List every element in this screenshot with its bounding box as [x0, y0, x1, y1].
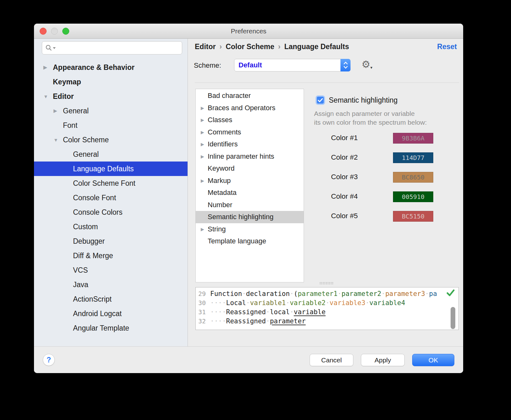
zoom-button[interactable]: [62, 28, 69, 35]
scheme-actions-button[interactable]: ⚙ ▾: [362, 58, 375, 72]
sidebar-item-keymap[interactable]: Keymap: [34, 75, 188, 89]
apply-button[interactable]: Apply: [361, 354, 405, 366]
sidebar-item-console-colors[interactable]: Console Colors: [34, 205, 188, 219]
reset-link[interactable]: Reset: [437, 43, 457, 51]
search-input[interactable]: [58, 44, 179, 52]
sidebar-item-diff-merge[interactable]: Diff & Merge: [34, 248, 188, 263]
sidebar-item-label: Diff & Merge: [73, 252, 113, 260]
sidebar-item-language-defaults[interactable]: Language Defaults: [34, 162, 188, 176]
description-line-2: its own color from the spectrum below:: [314, 118, 427, 127]
sidebar-item-console-font[interactable]: Console Font: [34, 190, 188, 205]
chevron-collapsed-icon[interactable]: ▶: [201, 227, 208, 232]
breadcrumb-separator: ›: [278, 43, 281, 51]
code-token: variable1: [250, 299, 286, 307]
color-label-2: Color #2: [331, 153, 358, 162]
attribute-item-template-language[interactable]: Template language: [196, 235, 304, 247]
color-swatch-1[interactable]: 9B3B6A: [393, 133, 433, 144]
whitespace-dot: ····: [210, 317, 226, 325]
line-number: 29: [196, 290, 206, 298]
attribute-item-braces-and-operators[interactable]: ▶Braces and Operators: [196, 102, 304, 114]
sidebar-item-vcs[interactable]: VCS: [34, 263, 188, 277]
chevron-up-icon: [344, 62, 347, 64]
whitespace-dot: ·: [246, 299, 250, 307]
semantic-highlighting-label: Semantic highlighting: [329, 96, 398, 105]
line-number: 31: [196, 308, 206, 316]
sidebar-item-angular-template[interactable]: Angular Template: [34, 321, 188, 335]
color-label-4: Color #4: [331, 192, 358, 201]
code-preview[interactable]: 29Function·declaration·(parameter1·param…: [195, 287, 459, 330]
color-label-3: Color #3: [331, 173, 358, 181]
breadcrumb-separator: ›: [219, 43, 222, 51]
preferences-window: Preferences ▶Appearance & BehaviorKeymap…: [34, 24, 463, 373]
whitespace-dot: ·: [338, 290, 342, 298]
line-number: 30: [196, 299, 206, 307]
sidebar-item-label: Keymap: [53, 78, 81, 86]
semantic-highlighting-checkbox[interactable]: [316, 95, 325, 105]
whitespace-dot: ·: [290, 308, 294, 316]
whitespace-dot: ·: [326, 299, 330, 307]
code-token: variable: [294, 308, 326, 316]
code-token: parameter: [270, 317, 306, 325]
chevron-expanded-icon[interactable]: ▼: [43, 94, 53, 99]
settings-panel: Editor›Color Scheme›Language Defaults Re…: [188, 39, 463, 346]
whitespace-dot: ·: [242, 290, 246, 298]
cancel-button[interactable]: Cancel: [310, 354, 353, 366]
sidebar-item-android-logcat[interactable]: Android Logcat: [34, 306, 188, 321]
preview-scrollbar-thumb[interactable]: [451, 307, 455, 329]
color-swatch-5[interactable]: BC5150: [393, 211, 433, 222]
sidebar-item-general[interactable]: ▶General: [34, 104, 188, 118]
breadcrumb-item-color-scheme[interactable]: Color Scheme: [226, 43, 274, 51]
code-line-29: 29Function·declaration·(parameter1·param…: [196, 289, 458, 298]
code-token: pa: [429, 290, 437, 298]
whitespace-dot: ·: [425, 290, 429, 298]
code-token: Reassigned: [226, 317, 266, 325]
code-token: parameter1: [298, 290, 337, 298]
whitespace-dot: ·: [266, 308, 270, 316]
attribute-item-label: Braces and Operators: [208, 104, 275, 112]
attribute-item-bad-character[interactable]: Bad character: [196, 90, 304, 102]
sidebar-item-label: Console Font: [73, 194, 116, 202]
sidebar-item-custom[interactable]: Custom: [34, 219, 188, 234]
ok-button[interactable]: OK: [412, 354, 454, 366]
code-line-32: 32····Reassigned·parameter: [196, 316, 458, 326]
sidebar-item-actionscript[interactable]: ActionScript: [34, 292, 188, 306]
color-swatch-4[interactable]: 005910: [393, 191, 433, 202]
whitespace-dot: ·: [266, 317, 270, 325]
sidebar-item-debugger[interactable]: Debugger: [34, 234, 188, 248]
header-divider: [195, 82, 459, 83]
code-token: Local: [226, 299, 246, 307]
footer-bar: ? Cancel Apply OK: [34, 346, 463, 373]
scheme-selected-value: Default: [239, 59, 262, 71]
sidebar-item-general[interactable]: General: [34, 147, 188, 162]
sidebar-item-java[interactable]: Java: [34, 277, 188, 292]
color-label-1: Color #1: [331, 134, 358, 142]
attribute-list: Bad character▶Braces and Operators▶Class…: [195, 89, 304, 282]
chevron-collapsed-icon[interactable]: ▶: [201, 117, 208, 122]
color-swatch-3[interactable]: BC8650: [393, 172, 433, 183]
search-dropdown-arrow-icon: [53, 47, 56, 49]
chevron-collapsed-icon[interactable]: ▶: [53, 108, 63, 114]
sidebar-item-color-scheme[interactable]: ▼Color Scheme: [34, 133, 188, 147]
scheme-stepper[interactable]: [340, 59, 351, 71]
splitter-grip[interactable]: [319, 282, 333, 285]
sidebar-item-color-scheme-font[interactable]: Color Scheme Font: [34, 176, 188, 190]
sidebar-item-appearance-behavior[interactable]: ▶Appearance & Behavior: [34, 60, 188, 75]
sidebar-item-label: Debugger: [73, 237, 105, 246]
sidebar-item-font[interactable]: Font: [34, 118, 188, 133]
sidebar-item-label: Android Logcat: [73, 309, 122, 318]
close-button[interactable]: [40, 28, 47, 35]
chevron-down-icon: [344, 66, 347, 68]
attribute-item-classes[interactable]: ▶Classes: [196, 114, 304, 126]
chevron-expanded-icon[interactable]: ▼: [53, 137, 63, 143]
help-button[interactable]: ?: [43, 354, 55, 366]
scheme-select[interactable]: Default: [234, 59, 351, 71]
attribute-item-string[interactable]: ▶String: [196, 223, 304, 236]
search-icon: [45, 44, 56, 51]
sidebar-item-label: General: [73, 150, 99, 159]
sidebar-item-label: Appearance & Behavior: [53, 63, 134, 72]
chevron-collapsed-icon[interactable]: ▶: [201, 105, 208, 111]
breadcrumb-item-editor[interactable]: Editor: [195, 43, 216, 51]
chevron-collapsed-icon[interactable]: ▶: [43, 65, 53, 70]
color-swatch-2[interactable]: 114D77: [393, 152, 433, 163]
sidebar-item-editor[interactable]: ▼Editor: [34, 89, 188, 104]
